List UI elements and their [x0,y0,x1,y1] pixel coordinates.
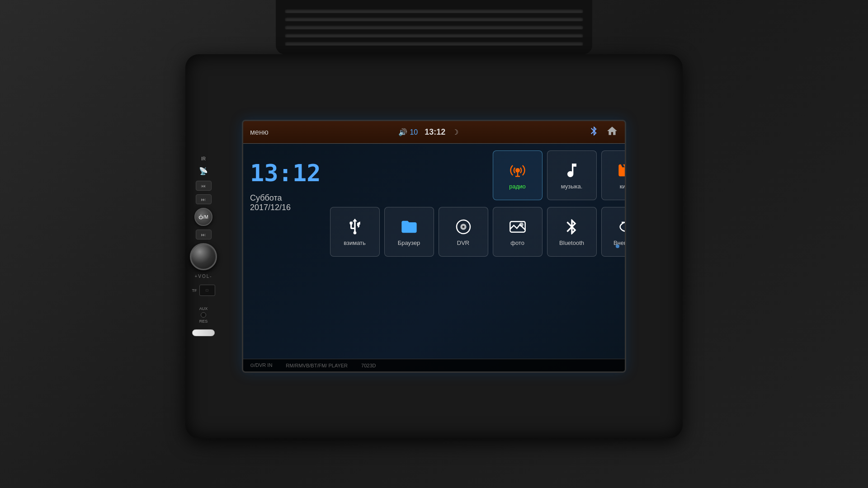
tf-slot[interactable]: □ [199,285,215,296]
day-label: Суббота [250,193,321,203]
usb-label: взимать [344,239,366,246]
menu-item-browser[interactable]: Браузер [384,207,434,257]
next2-button[interactable]: ⏭ [196,230,212,239]
vent-top [276,0,592,54]
bluetooth-label: Bluetooth [559,239,584,246]
vent-slat-2 [285,17,583,21]
volume-label: +VOL- [194,274,212,279]
menu-button[interactable]: меню [250,128,269,136]
volume-number: 10 [410,128,418,136]
dvr-label: DVR [457,239,469,246]
menu-grid: радио музыка. [330,150,626,365]
vent-slat-5 [285,41,583,46]
dvr-in-label: ⊙/DVR IN [250,362,272,368]
power-label: ⏻/M [198,215,208,220]
volume-knob[interactable] [190,243,217,270]
car-screen[interactable]: меню 🔊 10 13:12 ☽ [242,120,626,373]
vent-slat-1 [285,9,583,13]
vent-slat-4 [285,33,583,38]
home-icon[interactable] [606,125,618,140]
menu-item-music[interactable]: музыка. [547,150,597,200]
model-label: RM/RMVB/BT/FM/ PLAYER [286,363,348,368]
bottom-bar: ⊙/DVR IN RM/RMVB/BT/FM/ PLAYER 7023D [243,359,625,371]
dashboard: IR 📡 ⏮ ⏭ ⏻/M ⏭ +VOL- TF □ AUX [0,0,868,488]
menu-item-external[interactable]: Внешний [601,207,626,257]
volume-speaker-icon: 🔊 [398,128,407,136]
indicator-led [616,244,619,248]
svg-point-7 [462,225,464,228]
menu-row-2: взимать Браузер [330,207,626,257]
power-mode-button[interactable]: ⏻/M [194,208,212,226]
main-bezel: IR 📡 ⏮ ⏭ ⏻/M ⏭ +VOL- TF □ AUX [185,54,683,438]
movie-label: кино [620,183,626,190]
left-panel: 13:12 Суббота 2017/12/16 [250,150,321,365]
radio-label: радио [509,183,526,190]
volume-display: 🔊 10 [398,128,418,136]
screen-content: 13:12 Суббота 2017/12/16 [243,144,625,371]
aux-cable-area [192,329,215,336]
menu-item-dvr[interactable]: DVR [439,207,488,257]
tf-label: TF [192,288,197,293]
external-label: Внешний [613,239,626,246]
top-bar-icons [589,125,618,140]
svg-point-0 [515,168,520,173]
menu-row-1: радио музыка. [330,150,626,200]
vent-slat-3 [285,25,583,29]
main-clock: 13:12 [250,160,321,187]
browser-label: Браузер [398,239,420,246]
menu-item-photo[interactable]: фото [493,207,542,257]
music-label: музыка. [561,183,583,190]
aux-label: AUX [199,306,208,311]
ir-label: IR [201,156,206,161]
svg-point-9 [520,223,523,226]
top-bar-center: 🔊 10 13:12 ☽ [278,127,580,137]
res-label: RES [199,319,208,324]
menu-item-bluetooth[interactable]: Bluetooth [547,207,597,257]
moon-icon: ☽ [452,128,458,136]
aux-port[interactable] [201,312,206,318]
date-label: 2017/12/16 [250,203,321,212]
photo-label: фото [510,239,524,246]
top-bar: меню 🔊 10 13:12 ☽ [243,121,625,144]
prev-button[interactable]: ⏮ [196,181,212,191]
signal-icon: 📡 [199,167,208,175]
control-panel-left: IR 📡 ⏮ ⏭ ⏻/M ⏭ +VOL- TF □ AUX [185,152,222,341]
aux-cable [192,329,215,336]
menu-item-radio[interactable]: радио [493,150,542,200]
model-number: 7023D [361,363,376,368]
menu-item-movie[interactable]: кино [601,150,626,200]
bluetooth-status-icon [589,126,599,139]
next-button[interactable]: ⏭ [196,194,212,204]
menu-item-usb[interactable]: взимать [330,207,380,257]
top-time: 13:12 [425,127,445,137]
